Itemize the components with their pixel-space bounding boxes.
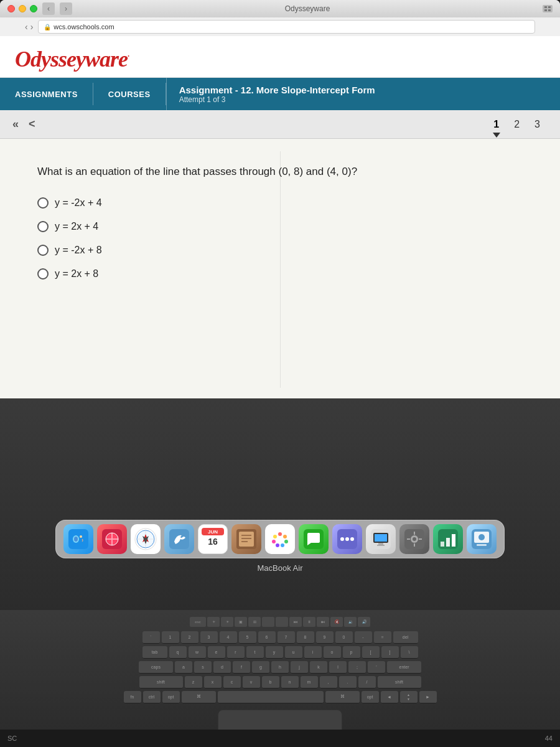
page-1[interactable]: 1 [493,119,499,130]
key-f5[interactable] [262,617,274,627]
key-m[interactable]: m [301,676,318,688]
key-equals[interactable]: = [374,631,391,644]
radio-d[interactable] [37,268,49,280]
key-caps[interactable]: caps [139,661,173,674]
key-g[interactable]: g [252,661,269,674]
key-quote[interactable]: ' [368,661,385,674]
radio-c[interactable] [37,245,49,256]
key-semicolon[interactable]: ; [348,661,366,674]
key-4[interactable]: 4 [220,631,237,644]
dock-finder[interactable] [63,524,93,554]
key-k[interactable]: k [310,661,327,674]
key-u[interactable]: u [285,646,302,659]
key-1[interactable]: 1 [162,631,179,644]
key-updown[interactable]: ▲ ▼ [400,691,418,703]
key-minus[interactable]: - [355,631,372,644]
key-enter[interactable]: enter [387,661,421,674]
key-backslash[interactable]: \ [401,646,418,659]
key-i[interactable]: i [304,646,322,659]
minimize-button[interactable] [19,5,26,12]
key-lshift[interactable]: shift [139,676,183,688]
maximize-button[interactable] [30,5,37,12]
dock-safari[interactable] [131,524,161,554]
key-e[interactable]: e [208,646,225,659]
single-back-button[interactable]: < [26,116,38,132]
key-lopt[interactable]: opt [162,691,180,703]
dock-screen[interactable] [366,524,396,554]
key-delete[interactable]: del [393,631,418,644]
key-comma[interactable]: , [320,676,337,688]
key-y[interactable]: y [266,646,283,659]
key-3[interactable]: 3 [200,631,218,644]
key-slash[interactable]: / [358,676,376,688]
key-f10[interactable]: 🔇 [330,617,343,627]
key-f6[interactable] [276,617,288,627]
key-p[interactable]: p [343,646,360,659]
page-3[interactable]: 3 [534,119,540,130]
key-rshift[interactable]: shift [378,676,421,688]
key-n[interactable]: n [281,676,299,688]
key-lbracket[interactable]: [ [362,646,380,659]
key-6[interactable]: 6 [258,631,276,644]
dock-more[interactable] [332,524,362,554]
key-r[interactable]: r [227,646,245,659]
key-2[interactable]: 2 [181,631,198,644]
key-j[interactable]: j [291,661,308,674]
dock-app4[interactable] [164,524,194,554]
key-f9[interactable]: ⏭ [317,617,329,627]
key-7[interactable]: 7 [278,631,295,644]
key-f8[interactable]: ⏸ [303,617,315,627]
key-h[interactable]: h [271,661,289,674]
dock-sysprefs[interactable] [399,524,429,554]
close-button[interactable] [7,5,15,12]
key-period[interactable]: . [339,676,357,688]
key-lcmd[interactable]: ⌘ [182,691,216,703]
dock-photos[interactable] [265,524,295,554]
nav-assignments[interactable]: ASSIGNMENTS [0,78,93,110]
key-rcmd[interactable]: ⌘ [325,691,360,703]
key-f7[interactable]: ⏮ [289,617,302,627]
dock-stats[interactable] [433,524,463,554]
key-s[interactable]: s [194,661,212,674]
tab-grid-icon[interactable] [543,5,553,12]
dock-messages[interactable] [299,524,329,554]
key-o[interactable]: o [324,646,341,659]
forward-nav-icon[interactable]: › [30,22,34,32]
back-nav-icon[interactable]: ‹ [25,22,28,32]
double-back-button[interactable]: « [10,116,21,132]
key-tab[interactable]: tab [142,646,167,659]
back-button[interactable]: ‹ [42,2,55,15]
dock-launchpad[interactable] [97,524,127,554]
radio-b[interactable] [37,221,49,232]
key-9[interactable]: 9 [316,631,334,644]
key-esc[interactable]: esc [190,617,206,627]
key-5[interactable]: 5 [239,631,256,644]
dock-notes[interactable] [231,524,261,554]
key-fn[interactable]: fn [124,691,141,703]
nav-courses[interactable]: COURSES [93,78,166,110]
key-v[interactable]: v [243,676,260,688]
dock-last[interactable] [467,524,497,554]
key-l[interactable]: l [329,661,347,674]
key-d[interactable]: d [213,661,231,674]
forward-button[interactable]: › [60,2,72,15]
key-t[interactable]: t [246,646,264,659]
radio-a[interactable] [37,197,49,209]
key-ctrl[interactable]: ctrl [143,691,161,703]
key-f1[interactable]: ☀ [207,617,220,627]
dock-calendar[interactable]: JUN16 [198,524,228,554]
key-f3[interactable]: ▣ [235,617,247,627]
key-rbracket[interactable]: ] [381,646,399,659]
key-w[interactable]: w [189,646,206,659]
key-8[interactable]: 8 [297,631,314,644]
key-z[interactable]: z [185,676,202,688]
key-q[interactable]: q [169,646,187,659]
key-space[interactable] [218,691,324,703]
key-f2[interactable]: ☀ [221,617,233,627]
key-left[interactable]: ◄ [381,691,398,703]
key-right[interactable]: ► [419,691,437,703]
key-backtick[interactable]: ` [142,631,160,644]
key-x[interactable]: x [204,676,222,688]
url-bar[interactable]: 🔒 wcs.owschools.com [38,20,535,34]
key-b[interactable]: b [262,676,279,688]
